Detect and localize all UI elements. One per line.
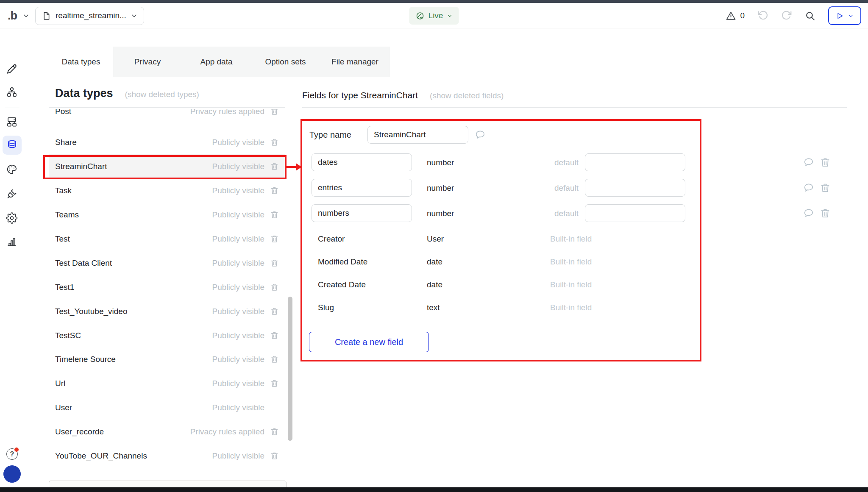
list-item-share[interactable]: Share Publicly visible bbox=[49, 130, 285, 154]
plugins-plug-icon[interactable] bbox=[6, 188, 18, 200]
trash-icon[interactable] bbox=[270, 138, 279, 147]
datatype-name: Test bbox=[55, 234, 212, 244]
trash-icon[interactable] bbox=[270, 186, 279, 195]
help-button[interactable]: ? bbox=[6, 448, 18, 460]
preview-chevron-down-icon bbox=[848, 13, 854, 19]
tab-file-manager[interactable]: File manager bbox=[320, 47, 390, 77]
datatype-name: Test Data Client bbox=[55, 259, 212, 268]
avatar[interactable] bbox=[3, 465, 21, 483]
tab-data-types[interactable]: Data types bbox=[49, 47, 113, 77]
builtin-field-badge: Built-in field bbox=[550, 303, 592, 312]
list-item-test-data-client[interactable]: Test Data Client Publicly visible bbox=[49, 251, 285, 275]
builtin-field-badge: Built-in field bbox=[550, 234, 592, 244]
design-pencil-icon[interactable] bbox=[6, 63, 18, 75]
trash-icon[interactable] bbox=[270, 259, 279, 267]
datatype-name: Post bbox=[55, 109, 190, 116]
search-icon[interactable] bbox=[805, 11, 815, 21]
list-scrollbar[interactable] bbox=[288, 297, 292, 441]
status-badge: Publicly visible bbox=[212, 234, 264, 244]
builtin-field-badge: Built-in field bbox=[550, 257, 592, 267]
warning-icon bbox=[726, 11, 736, 21]
list-item-testsc[interactable]: TestSC Publicly visible bbox=[49, 323, 285, 347]
list-item-test-youtube-video[interactable]: Test_Youtube_video Publicly visible bbox=[49, 299, 285, 323]
default-label: default bbox=[540, 209, 579, 218]
issues-indicator[interactable]: 0 bbox=[726, 11, 745, 21]
play-icon bbox=[836, 12, 844, 20]
redo-icon[interactable] bbox=[781, 9, 792, 20]
trash-icon[interactable] bbox=[270, 427, 279, 436]
topbar: .b realtime_streamin... Live 0 bbox=[0, 3, 868, 28]
list-item-url[interactable]: Url Publicly visible bbox=[49, 371, 285, 395]
datatype-name: User bbox=[55, 403, 212, 412]
trash-icon[interactable] bbox=[270, 307, 279, 316]
list-item-test[interactable]: Test Publicly visible bbox=[49, 227, 285, 251]
tab-privacy[interactable]: Privacy bbox=[113, 47, 182, 77]
fields-panel-title: Fields for type StreaminChart bbox=[302, 90, 418, 100]
sidebar-item-data-active[interactable] bbox=[3, 136, 22, 155]
create-new-field-button[interactable]: Create a new field bbox=[309, 332, 429, 352]
builtin-field-type: date bbox=[427, 257, 442, 267]
datatype-name: Url bbox=[55, 379, 212, 388]
right-panel-divider bbox=[302, 107, 847, 108]
backend-icon[interactable] bbox=[6, 116, 18, 128]
list-item-youtobe-our-channels[interactable]: YouTobe_OUR_Channels Publicly visible bbox=[49, 444, 285, 468]
trash-icon[interactable] bbox=[270, 162, 279, 171]
builtin-field-name: Modified Date bbox=[318, 257, 367, 267]
app-selector-button[interactable]: realtime_streamin... bbox=[35, 7, 144, 25]
list-item-test1[interactable]: Test1 Publicly visible bbox=[49, 275, 285, 299]
logs-chart-icon[interactable] bbox=[6, 236, 18, 247]
environment-selector[interactable]: Live bbox=[409, 7, 459, 25]
workflow-icon[interactable] bbox=[6, 86, 18, 98]
default-value-input[interactable] bbox=[585, 153, 685, 171]
list-item-user-recorde[interactable]: User_recorde Privacy rules applied bbox=[49, 420, 285, 444]
tab-option-sets[interactable]: Option sets bbox=[251, 47, 320, 77]
default-value-input[interactable] bbox=[585, 204, 685, 222]
styles-palette-icon[interactable] bbox=[6, 164, 18, 175]
trash-icon[interactable] bbox=[270, 355, 279, 364]
trash-icon[interactable] bbox=[270, 210, 279, 219]
datatype-name: Test_Youtube_video bbox=[55, 307, 212, 316]
builtin-field-type: User bbox=[427, 234, 444, 244]
trash-icon[interactable] bbox=[270, 283, 279, 292]
environment-label: Live bbox=[428, 11, 443, 20]
trash-icon[interactable] bbox=[270, 379, 279, 388]
show-deleted-types-link[interactable]: (show deleted types) bbox=[125, 90, 199, 99]
list-item-timelene-source[interactable]: Timelene Source Publicly visible bbox=[49, 347, 285, 371]
list-item-teams[interactable]: Teams Publicly visible bbox=[49, 203, 285, 227]
comment-icon[interactable] bbox=[475, 129, 486, 140]
status-badge: Publicly visible bbox=[212, 379, 264, 388]
comment-icon[interactable] bbox=[803, 157, 814, 168]
undo-icon[interactable] bbox=[757, 9, 768, 20]
field-name-input[interactable] bbox=[312, 204, 412, 222]
logo-chevron-down-icon[interactable] bbox=[23, 13, 29, 19]
list-item-user[interactable]: User Publicly visible bbox=[49, 395, 285, 420]
field-name-input[interactable] bbox=[312, 153, 412, 171]
status-badge: Publicly visible bbox=[212, 331, 264, 340]
trash-icon[interactable] bbox=[820, 208, 831, 219]
trash-icon[interactable] bbox=[270, 451, 279, 460]
list-item-streaminchart-selected[interactable]: StreaminChart Publicly visible bbox=[49, 154, 285, 178]
settings-gear-icon[interactable] bbox=[6, 212, 18, 224]
status-badge: Publicly visible bbox=[212, 307, 264, 316]
trash-icon[interactable] bbox=[270, 234, 279, 243]
list-item-post[interactable]: Post Privacy rules applied bbox=[49, 109, 285, 123]
status-badge: Publicly visible bbox=[212, 138, 264, 147]
list-item-task[interactable]: Task Publicly visible bbox=[49, 178, 285, 203]
default-value-input[interactable] bbox=[585, 179, 685, 197]
sidebar: ? bbox=[0, 28, 24, 492]
trash-icon[interactable] bbox=[820, 182, 831, 193]
field-type: number bbox=[427, 158, 454, 167]
database-icon bbox=[6, 139, 18, 151]
trash-icon[interactable] bbox=[270, 109, 279, 116]
preview-button[interactable] bbox=[828, 6, 861, 25]
type-name-input[interactable] bbox=[367, 126, 468, 144]
notification-dot bbox=[14, 448, 19, 452]
trash-icon[interactable] bbox=[270, 331, 279, 340]
bubble-logo[interactable]: .b bbox=[8, 9, 17, 22]
tab-app-data[interactable]: App data bbox=[182, 47, 251, 77]
show-deleted-fields-link[interactable]: (show deleted fields) bbox=[430, 91, 504, 100]
field-name-input[interactable] bbox=[312, 179, 412, 197]
trash-icon[interactable] bbox=[820, 157, 831, 168]
comment-icon[interactable] bbox=[803, 182, 814, 193]
comment-icon[interactable] bbox=[803, 208, 814, 219]
